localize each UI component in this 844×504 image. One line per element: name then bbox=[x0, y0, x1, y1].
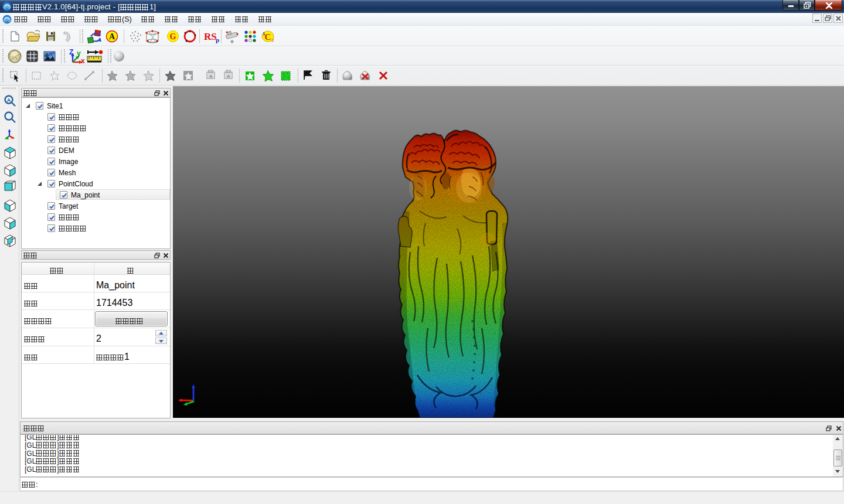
svg-text:G: G bbox=[170, 32, 176, 41]
svg-text:2: 2 bbox=[271, 38, 274, 43]
svg-text:A: A bbox=[7, 97, 11, 103]
svg-text:1: 1 bbox=[263, 31, 266, 36]
svg-text:A: A bbox=[227, 74, 230, 79]
svg-text:p: p bbox=[216, 36, 219, 43]
svg-text:RS: RS bbox=[204, 31, 217, 42]
svg-text:A: A bbox=[209, 74, 213, 79]
svg-text:C: C bbox=[265, 32, 271, 42]
svg-text:x: x bbox=[81, 57, 85, 65]
svg-text:A: A bbox=[109, 32, 115, 41]
